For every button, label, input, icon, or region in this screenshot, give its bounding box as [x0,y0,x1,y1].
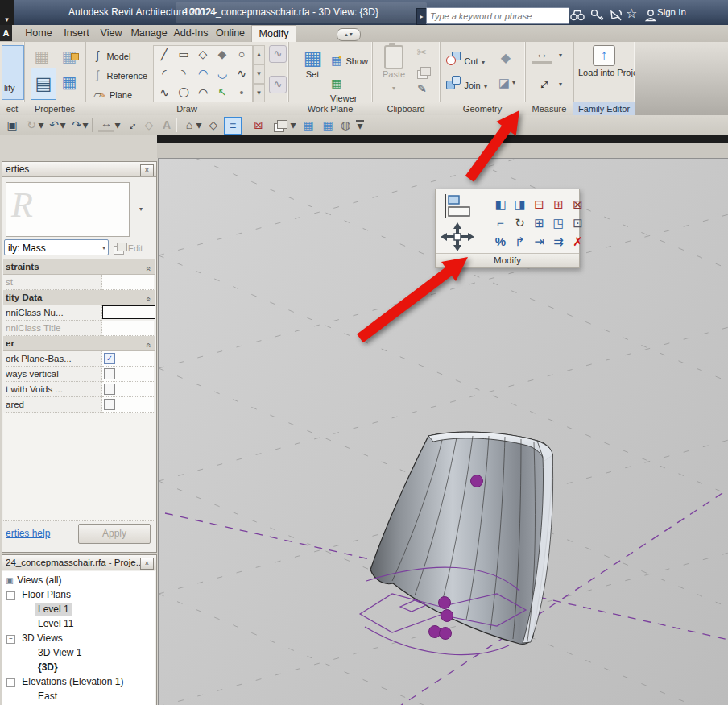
qat-measure-caret-icon[interactable]: ▾ [114,117,121,133]
mirror-draw-axis-icon[interactable]: ◨ [511,196,528,213]
preview-caret-icon[interactable]: ▾ [139,205,143,213]
draw-grid-scroll-down-icon[interactable]: ▼ [253,64,265,84]
app-button-sliver[interactable]: A [0,25,12,41]
signin-button[interactable]: Sign In [657,0,686,24]
draw-center-arc-icon[interactable]: ◝ [175,67,192,80]
draw-circle-icon[interactable]: ○ [233,48,250,60]
join-geometry-button[interactable]: Join ▾ [446,76,487,92]
scale-icon[interactable]: ◳ [550,214,567,231]
close-hidden-windows-icon[interactable]: ⊠ [251,117,266,133]
plane-button[interactable]: ▱ ✎ Plane [92,87,132,102]
draw-grid-expand-icon[interactable]: ▼ [253,84,265,103]
draw-spline-icon[interactable]: ∿ [233,67,250,80]
search-binoculars-icon[interactable] [569,8,585,23]
save-icon[interactable]: ▣ [5,117,19,133]
draw-line-icon[interactable]: ╱ [155,48,173,60]
redo-caret-icon[interactable]: ▾ [82,117,89,133]
properties-close-icon[interactable]: × [140,164,154,176]
trim-extend-multiple-icon[interactable]: ⇉ [550,233,567,250]
tag-icon[interactable]: ◇ [142,117,156,133]
draw-rectangle-icon[interactable]: ▭ [175,48,192,60]
viewer-button[interactable]: ▦ Viewer [330,76,372,105]
tree-collapse-icon[interactable]: − [6,678,15,687]
text-icon[interactable]: A [159,117,174,133]
copy-icon[interactable]: % [492,233,509,250]
draw-fillet-arc-icon[interactable]: ◡ [213,67,231,80]
default-3d-view-icon[interactable]: ⌂ [182,117,196,133]
void-forms-caret-icon[interactable]: ▾ [512,79,515,86]
sync-icon[interactable]: ↻ [24,117,39,133]
identity-data-group-header[interactable]: tity Data « [3,290,155,305]
shared-checkbox[interactable] [104,399,115,410]
tree-item-views-all[interactable]: ▣ Views (all) [3,573,155,587]
tree-item-elevations[interactable]: − Elevations (Elevation 1) [3,674,155,689]
tree-item-3d-view-1[interactable]: 3D View 1 [3,645,155,660]
chair-mass-model[interactable] [370,432,553,644]
draw-ellipse-icon[interactable]: ◯ [175,86,192,97]
modify-tool-button[interactable]: lify [2,45,24,100]
model-line-button[interactable]: ʃ Model [92,48,130,63]
draw-pick-line-icon[interactable]: ↖ [213,86,231,98]
pin-icon[interactable]: ⊡ [569,214,586,231]
always-vertical-checkbox[interactable] [104,368,115,379]
aligned-dimension-icon[interactable]: ↔ [530,70,556,97]
section-icon[interactable]: ◇ [206,117,221,133]
type-selector-combo[interactable]: ily: Mass ▾ [4,239,109,255]
split-element-icon[interactable]: ⊟ [531,196,548,213]
move-button[interactable] [440,222,475,252]
draw-inscribed-polygon-icon[interactable]: ◇ [194,48,212,60]
align-button[interactable] [442,193,474,219]
load-into-project-button[interactable]: ↑ Load into Project [578,45,630,78]
switch-windows-caret-icon[interactable]: ▾ [290,117,296,133]
tab-view[interactable]: View [95,25,127,42]
cut-to-clipboard-icon[interactable]: ✂ [414,45,430,60]
tree-item-level-1[interactable]: Level 1 [3,602,155,616]
apply-button[interactable]: Apply [78,524,151,544]
cut-geometry-button[interactable]: Cut ▾ [446,52,485,68]
mirror-pick-axis-icon[interactable]: ◧ [492,196,509,213]
modify-floating-panel[interactable]: ◧ ◨ ⊟ ⊞ ⊠ ⌐ ↻ ⊞ ◳ ⊡ % ↱ ⇥ ⇉ ✗ Modify [435,189,580,268]
undo-caret-icon[interactable]: ▾ [60,117,66,133]
reference-line-button[interactable]: ʃ Reference [92,68,147,82]
qat-measure-icon[interactable]: ↔ [98,117,114,132]
measure-tape-icon[interactable]: ↔ [532,47,552,64]
array-icon[interactable]: ⊞ [531,214,548,231]
other-group-header[interactable]: er « [3,336,155,351]
draw-spline2-icon[interactable]: ∿ [155,86,173,99]
application-menu-button[interactable]: ▾ [0,0,14,25]
sync-caret-icon[interactable]: ▾ [38,117,44,133]
omniclass-number-input[interactable] [102,305,155,319]
worksets-icon[interactable]: ▦ [301,117,316,133]
dimension-caret-icon[interactable]: ▾ [559,81,562,88]
tab-insert[interactable]: Insert [58,25,95,42]
tree-item-level-11[interactable]: Level 11 [3,616,155,631]
tab-addins[interactable]: Add-Ins [171,25,211,42]
revolve-surface-icon[interactable]: ∿ [269,76,287,93]
tab-modify[interactable]: Modify [251,25,296,43]
draw-grid-scroll-up-icon[interactable]: ▲ [253,45,265,64]
draw-point-icon[interactable]: • [233,86,250,99]
copy-to-clipboard-icon[interactable] [417,70,428,79]
qat-customize-icon[interactable]: ▾ [356,120,364,131]
edit-type-icon[interactable] [114,246,124,255]
match-type-icon[interactable]: ✎ [414,82,430,95]
draw-partial-ellipse-icon[interactable]: ◠ [194,86,212,99]
search-input[interactable] [426,7,569,24]
home-caret-icon[interactable]: ▾ [196,117,202,133]
draw-start-end-arc-icon[interactable]: ◜ [155,67,173,80]
paste-button[interactable]: Paste ▾ [380,45,407,93]
tab-manage[interactable]: Manage [127,25,171,42]
thin-lines-icon[interactable]: ≡ [224,117,242,135]
project-browser-close-icon[interactable]: × [140,558,154,570]
signin-user-icon[interactable] [643,8,659,23]
favorites-star-icon[interactable]: ☆ [626,6,642,20]
tree-collapse-icon[interactable]: − [6,591,15,600]
trim-extend-corner-icon[interactable]: ↱ [511,233,528,250]
work-plane-based-checkbox[interactable]: ✓ [104,353,115,364]
show-mass-icon[interactable]: ▦ [321,117,335,133]
switch-windows-icon[interactable] [274,123,284,132]
family-types-icon[interactable]: ▦ [32,47,52,66]
render-icon[interactable]: ◍ [338,117,353,133]
tree-collapse-icon[interactable]: − [6,635,15,644]
set-work-plane-button[interactable]: ▦ Set [296,47,329,79]
